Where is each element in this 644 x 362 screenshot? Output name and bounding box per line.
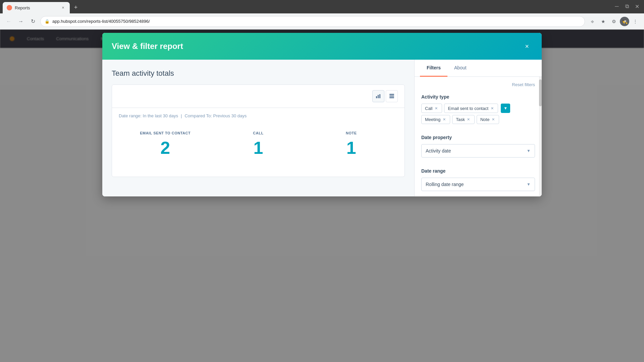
- stat-value-call: 1: [212, 139, 305, 157]
- modal-title: View & filter report: [112, 42, 183, 51]
- svg-rect-2: [379, 94, 380, 98]
- tag-note-remove[interactable]: ✕: [491, 117, 495, 122]
- maximize-button[interactable]: ⧉: [624, 3, 630, 9]
- svg-rect-0: [376, 96, 377, 98]
- tag-task: Task ✕: [452, 115, 475, 124]
- tab-title: Reports: [15, 5, 58, 10]
- reset-filters-link[interactable]: Reset filters: [512, 82, 535, 87]
- filter-panel: Filters About Reset filters Activit: [414, 60, 542, 196]
- address-bar[interactable]: 🔒 app.hubspot.com/reports-list/40055750/…: [40, 16, 585, 27]
- svg-rect-5: [389, 97, 394, 98]
- date-property-label: Date property: [421, 135, 535, 140]
- tag-dropdown-button[interactable]: ▼: [501, 104, 510, 113]
- browser-tab[interactable]: Reports ×: [3, 2, 70, 13]
- stat-label-call: CALL: [212, 131, 305, 135]
- date-range-filter-value: Rolling date range: [426, 182, 464, 187]
- browser-frame: Reports × + ─ ⧉ ✕ ← → ↻ 🔒 app.hubspot.co…: [0, 0, 644, 362]
- date-range-arrow-icon: ▼: [527, 182, 531, 187]
- menu-icon[interactable]: ⋮: [631, 17, 640, 26]
- date-property-section: Date property Activity date ▼: [421, 135, 535, 158]
- filter-tabs: Filters About: [415, 60, 542, 77]
- back-button[interactable]: ←: [4, 17, 13, 26]
- report-title: Team activity totals: [112, 69, 405, 78]
- svg-rect-1: [378, 95, 379, 98]
- filter-body: Reset filters Activity type Call: [415, 77, 542, 196]
- report-meta: Date range: In the last 30 days | Compar…: [112, 108, 405, 121]
- scrollbar-thumb: [539, 79, 542, 106]
- chart-view-button[interactable]: [372, 90, 384, 102]
- window-controls: ─ ⧉ ✕: [614, 3, 640, 9]
- stats-area: EMAIL SENT TO CONTACT 2 CALL 1 NOTE 1: [112, 121, 405, 177]
- activity-type-label: Activity type: [421, 94, 535, 100]
- stat-note: NOTE 1: [305, 131, 398, 157]
- tag-note-label: Note: [480, 117, 489, 122]
- extensions-icon[interactable]: ⚙: [609, 17, 619, 26]
- stat-label-email: EMAIL SENT TO CONTACT: [119, 131, 212, 135]
- tag-meeting-label: Meeting: [425, 117, 440, 122]
- date-range-filter-section: Date range Rolling date range ▼: [421, 168, 535, 191]
- tag-task-label: Task: [456, 117, 465, 122]
- date-range-text: Date range: In the last 30 days: [119, 113, 178, 118]
- bookmark-icon[interactable]: ★: [598, 17, 608, 26]
- table-view-button[interactable]: [386, 90, 398, 102]
- page-content: 🟠 Contacts Communications Marketing Sale…: [0, 29, 644, 362]
- date-property-select[interactable]: Activity date ▼: [421, 144, 535, 158]
- activity-type-section: Activity type Call ✕ Email sent to conta…: [421, 94, 535, 124]
- date-property-arrow-icon: ▼: [527, 148, 531, 153]
- report-card: Date range: In the last 30 days | Compar…: [112, 84, 405, 177]
- tag-call: Call ✕: [421, 104, 442, 113]
- tab-close-button[interactable]: ×: [60, 5, 66, 10]
- tag-call-remove[interactable]: ✕: [434, 106, 438, 111]
- reload-button[interactable]: ↻: [28, 17, 38, 26]
- new-tab-button[interactable]: +: [71, 3, 80, 12]
- screen-cast-icon[interactable]: ⎆: [588, 17, 597, 26]
- tag-call-label: Call: [425, 106, 432, 111]
- tab-about[interactable]: About: [447, 60, 473, 77]
- stat-value-email: 2: [119, 139, 212, 157]
- profile-icon[interactable]: 🕵: [620, 17, 629, 26]
- tag-email-remove[interactable]: ✕: [490, 106, 494, 111]
- report-card-toolbar: [112, 85, 405, 108]
- browser-toolbar: ← → ↻ 🔒 app.hubspot.com/reports-list/400…: [0, 13, 644, 29]
- tab-bar: Reports × + ─ ⧉ ✕: [0, 0, 644, 13]
- tag-meeting: Meeting ✕: [421, 115, 450, 124]
- compared-to-text: Compared To: Previous 30 days: [184, 113, 247, 118]
- security-icon: 🔒: [45, 19, 50, 24]
- tag-note: Note ✕: [477, 115, 499, 124]
- view-filter-modal: View & filter report × Team activity tot…: [102, 33, 542, 196]
- tab-favicon: [7, 5, 12, 10]
- stat-label-note: NOTE: [305, 131, 398, 135]
- minimize-button[interactable]: ─: [614, 3, 620, 9]
- close-window-button[interactable]: ✕: [634, 3, 640, 9]
- tag-email-sent: Email sent to contact ✕: [444, 104, 498, 113]
- modal-overlay: View & filter report × Team activity tot…: [0, 29, 644, 362]
- tab-filters[interactable]: Filters: [420, 60, 447, 77]
- modal-header: View & filter report ×: [102, 33, 542, 60]
- stat-call: CALL 1: [212, 131, 305, 157]
- stat-email-sent: EMAIL SENT TO CONTACT 2: [119, 131, 212, 157]
- browser-toolbar-icons: ⎆ ★ ⚙ 🕵 ⋮: [588, 17, 640, 26]
- svg-rect-4: [389, 96, 394, 97]
- date-property-value: Activity date: [426, 148, 451, 154]
- stat-value-note: 1: [305, 139, 398, 157]
- url-text: app.hubspot.com/reports-list/40055750/98…: [52, 19, 581, 24]
- svg-rect-3: [389, 94, 394, 95]
- activity-type-tags: Call ✕ Email sent to contact ✕ ▼: [421, 104, 535, 124]
- incognito-avatar: 🕵: [620, 17, 629, 26]
- tag-task-remove[interactable]: ✕: [466, 117, 471, 122]
- meta-separator: |: [181, 113, 182, 118]
- tag-meeting-remove[interactable]: ✕: [442, 117, 446, 122]
- modal-body: Team activity totals: [102, 60, 542, 196]
- date-range-filter-select[interactable]: Rolling date range ▼: [421, 178, 535, 191]
- modal-close-button[interactable]: ×: [522, 41, 532, 52]
- date-range-filter-label: Date range: [421, 168, 535, 174]
- scrollbar-track[interactable]: [539, 77, 542, 196]
- report-section: Team activity totals: [102, 60, 414, 196]
- forward-button[interactable]: →: [16, 17, 25, 26]
- tag-email-label: Email sent to contact: [448, 106, 488, 111]
